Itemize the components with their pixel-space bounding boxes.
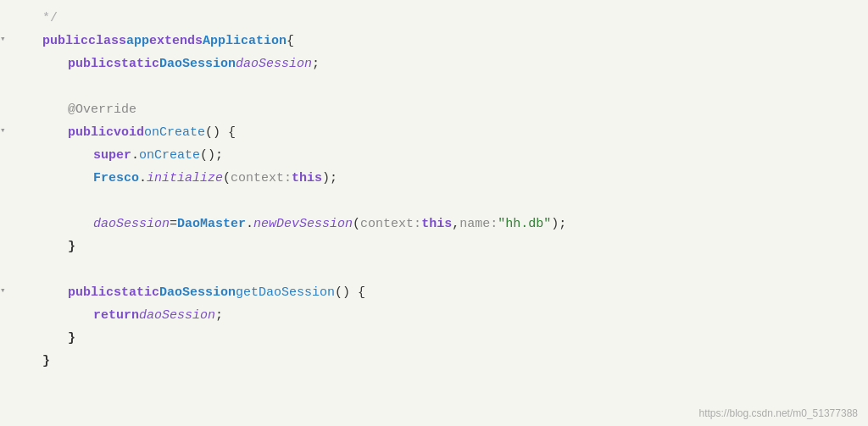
code-token: this <box>421 214 452 235</box>
code-token: . <box>131 146 139 167</box>
code-token: daoSession <box>236 54 312 75</box>
code-token: . <box>246 214 253 235</box>
code-token: onCreate <box>139 146 200 167</box>
code-token: } <box>68 237 75 258</box>
code-line <box>42 77 868 100</box>
code-token: Application <box>203 31 287 53</box>
code-line <box>42 191 868 214</box>
code-line: @Override <box>42 100 868 123</box>
code-token: initialize <box>147 169 223 190</box>
code-content: */public class app extends Application {… <box>0 0 868 383</box>
code-token: "hh.db" <box>498 214 551 235</box>
code-token: daoSession <box>93 214 170 235</box>
code-token: return <box>93 306 139 327</box>
code-token: onCreate <box>144 123 205 144</box>
code-token: void <box>114 123 144 144</box>
code-token: class <box>88 31 126 53</box>
code-token: */ <box>42 8 58 30</box>
code-token: extends <box>149 31 203 53</box>
code-line: public static DaoSession getDaoSession()… <box>42 283 868 306</box>
code-line: } <box>42 351 868 374</box>
code-token: public <box>68 123 114 144</box>
code-line: daoSession= DaoMaster.newDevSession( con… <box>42 214 868 237</box>
code-token: DaoMaster <box>177 214 246 235</box>
code-token: getDaoSession <box>236 283 335 304</box>
code-token: (); <box>200 146 223 167</box>
code-token: newDevSession <box>253 214 353 235</box>
code-line: public class app extends Application {▾ <box>42 31 868 54</box>
fold-arrow-icon[interactable]: ▾ <box>0 31 6 47</box>
code-token: context: <box>231 169 292 190</box>
code-line: Fresco.initialize( context: this); <box>42 169 868 191</box>
code-token: static <box>114 54 159 75</box>
code-token: } <box>68 329 75 350</box>
code-line: return daoSession; <box>42 306 868 329</box>
code-token: super <box>93 146 131 167</box>
code-token: ); <box>551 214 566 235</box>
code-token: { <box>287 31 294 53</box>
watermark: https://blog.csdn.net/m0_51377388 <box>699 407 858 419</box>
code-line: super.onCreate(); <box>42 146 868 169</box>
code-token: Fresco <box>93 169 139 190</box>
code-token: context: <box>360 214 421 235</box>
fold-arrow-icon[interactable]: ▾ <box>0 123 6 138</box>
fold-arrow-icon[interactable]: ▾ <box>0 283 6 298</box>
code-token: public <box>68 283 114 304</box>
code-token: public <box>42 31 88 53</box>
code-token: , <box>452 214 459 235</box>
code-token: this <box>292 169 322 190</box>
code-token: public <box>68 54 114 75</box>
code-token: = <box>170 214 177 235</box>
code-token: static <box>114 283 159 304</box>
code-token: name: <box>459 214 498 235</box>
code-token: @Override <box>68 100 136 121</box>
code-token: ( <box>353 214 360 235</box>
code-token: ); <box>322 169 337 190</box>
code-line: } <box>42 237 868 260</box>
code-token: ; <box>215 306 223 327</box>
code-line: */ <box>42 8 868 31</box>
code-token: ; <box>312 54 320 75</box>
code-token: () { <box>205 123 236 144</box>
code-token: DaoSession <box>159 54 236 75</box>
code-token: app <box>126 31 149 53</box>
code-token: . <box>139 169 147 190</box>
code-line <box>42 260 868 283</box>
code-token: daoSession <box>139 306 215 327</box>
code-line: public static DaoSession daoSession; <box>42 54 868 77</box>
code-token: () { <box>335 283 365 304</box>
code-line: public void onCreate() {▾ <box>42 123 868 146</box>
code-token: ( <box>223 169 231 190</box>
code-line: } <box>42 329 868 351</box>
code-token: } <box>42 351 50 373</box>
code-editor: */public class app extends Application {… <box>0 0 868 426</box>
code-token: DaoSession <box>159 283 236 304</box>
